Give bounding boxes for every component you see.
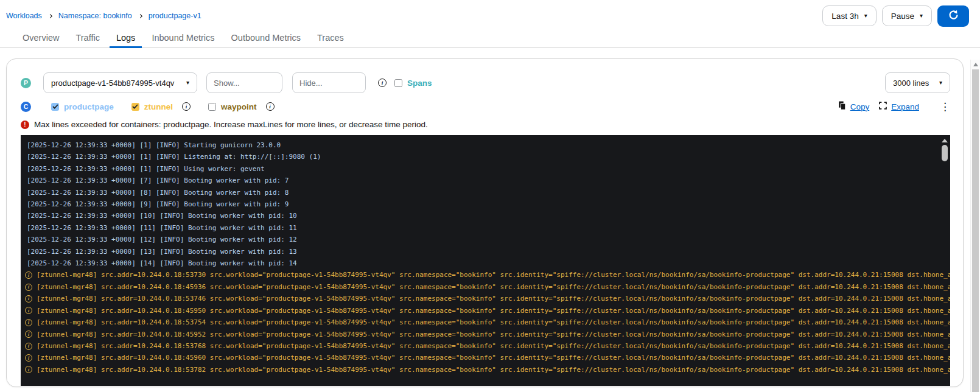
log-text: [2025-12-26 12:39:33 +0000] [1] [INFO] S…: [27, 139, 281, 151]
page-scrollbar-thumb[interactable]: [972, 69, 979, 392]
info-icon: [25, 343, 32, 350]
time-range-dropdown[interactable]: Last 3h: [822, 5, 876, 26]
log-scrollbar[interactable]: [941, 138, 948, 386]
log-text: [2025-12-26 12:39:33 +0000] [1] [INFO] U…: [27, 163, 265, 175]
pod-selector-dropdown[interactable]: productpage-v1-54bb874995-vt4qv: [43, 72, 197, 93]
container-label: productpage: [64, 102, 114, 111]
log-text: [2025-12-26 12:39:33 +0000] [9] [INFO] B…: [27, 198, 289, 210]
tab-traces[interactable]: Traces: [310, 28, 351, 47]
log-text: [2025-12-26 12:39:33 +0000] [13] [INFO] …: [27, 246, 297, 257]
info-icon: [25, 331, 32, 338]
container-label: ztunnel: [144, 102, 173, 111]
log-text: [ztunnel-mgr48] src.addr=10.244.0.18:459…: [37, 305, 950, 317]
container-badge: C: [21, 102, 31, 112]
log-line-productpage: [2025-12-26 12:39:33 +0000] [7] [INFO] B…: [27, 175, 939, 186]
show-filter-input[interactable]: [206, 72, 282, 93]
info-icon: [25, 307, 32, 314]
tab-overview[interactable]: Overview: [16, 28, 66, 47]
copy-action[interactable]: Copy: [838, 101, 870, 112]
expand-action[interactable]: Expand: [879, 102, 919, 111]
max-lines-dropdown[interactable]: 3000 lines: [885, 72, 950, 93]
log-line-productpage: [2025-12-26 12:39:33 +0000] [9] [INFO] B…: [27, 198, 939, 210]
info-icon[interactable]: [182, 102, 191, 111]
page-scrollbar[interactable]: [970, 60, 980, 392]
kebab-menu-icon[interactable]: [940, 102, 950, 112]
refresh-mode-dropdown[interactable]: Pause: [882, 5, 932, 26]
container-toggle-ztunnel[interactable]: ztunnel: [131, 102, 173, 111]
tab-traffic[interactable]: Traffic: [69, 28, 106, 47]
spans-label: Spans: [407, 79, 432, 88]
log-viewer[interactable]: [2025-12-26 12:39:33 +0000] [1] [INFO] S…: [21, 135, 950, 386]
log-text: [2025-12-26 12:39:33 +0000] [12] [INFO] …: [27, 234, 297, 245]
info-icon: [25, 271, 32, 279]
expand-icon: [879, 102, 887, 111]
log-line-productpage: [2025-12-26 12:39:33 +0000] [13] [INFO] …: [27, 246, 939, 257]
time-range-value: Last 3h: [831, 12, 858, 21]
log-scrollbar-thumb[interactable]: [942, 145, 948, 161]
log-text: [2025-12-26 12:39:33 +0000] [1] [INFO] L…: [27, 151, 321, 163]
checkbox-unchecked-icon: [394, 79, 402, 87]
copy-link[interactable]: Copy: [850, 102, 870, 111]
chevron-down-icon: [939, 80, 942, 86]
log-line-ztunnel: [ztunnel-mgr48] src.addr=10.244.0.18:459…: [27, 352, 939, 363]
scroll-up-icon[interactable]: [973, 63, 978, 66]
log-text: [ztunnel-mgr48] src.addr=10.244.0.18:537…: [37, 269, 950, 281]
log-line-ztunnel: [ztunnel-mgr48] src.addr=10.244.0.18:537…: [27, 269, 939, 281]
log-line-productpage: [2025-12-26 12:39:33 +0000] [1] [INFO] U…: [27, 163, 939, 175]
log-text: [ztunnel-mgr48] src.addr=10.244.0.18:537…: [37, 293, 950, 304]
checkbox-checked-icon: [51, 103, 59, 111]
top-controls: Last 3h Pause: [822, 5, 969, 27]
breadcrumb: WorkloadsNamespace: bookinfoproductpage-…: [6, 12, 201, 20]
refresh-button[interactable]: [937, 5, 969, 27]
info-icon: [25, 319, 32, 326]
max-lines-warning: Max lines exceeded for containers: produ…: [21, 119, 950, 130]
log-text: [2025-12-26 12:39:33 +0000] [14] [INFO] …: [27, 257, 297, 269]
log-lines: [2025-12-26 12:39:33 +0000] [1] [INFO] S…: [27, 139, 939, 376]
log-line-productpage: [2025-12-26 12:39:33 +0000] [1] [INFO] S…: [27, 139, 939, 151]
breadcrumb-link-workloads[interactable]: Workloads: [6, 12, 42, 20]
container-toggle-list: productpageztunnelwaypoint: [51, 102, 292, 111]
log-line-ztunnel: [ztunnel-mgr48] src.addr=10.244.0.18:537…: [27, 317, 939, 328]
info-icon: [25, 284, 32, 291]
spans-checkbox[interactable]: Spans: [394, 79, 432, 88]
chevron-down-icon: [920, 13, 923, 19]
log-line-ztunnel: [ztunnel-mgr48] src.addr=10.244.0.18:459…: [27, 281, 939, 293]
info-icon: [25, 354, 32, 362]
info-icon[interactable]: [378, 79, 387, 87]
max-lines-value: 3000 lines: [893, 79, 929, 88]
container-toggle-productpage[interactable]: productpage: [51, 102, 114, 111]
logs-card: P productpage-v1-54bb874995-vt4qv Spans …: [6, 58, 964, 387]
log-actions: Copy Expand: [838, 101, 950, 112]
info-icon[interactable]: [266, 102, 275, 111]
log-line-productpage: [2025-12-26 12:39:33 +0000] [8] [INFO] B…: [27, 187, 939, 198]
container-toggles-row: C productpageztunnelwaypoint Copy: [21, 101, 950, 112]
pod-badge: P: [21, 78, 31, 88]
log-line-ztunnel: [ztunnel-mgr48] src.addr=10.244.0.18:459…: [27, 305, 939, 317]
log-toolbar: P productpage-v1-54bb874995-vt4qv Spans …: [21, 72, 950, 93]
container-group-waypoint: waypoint: [208, 102, 275, 111]
hide-filter-input[interactable]: [292, 72, 366, 93]
log-line-ztunnel: [ztunnel-mgr48] src.addr=10.244.0.18:537…: [27, 340, 939, 352]
info-icon: [25, 366, 32, 373]
kiali-workload-logs-page: WorkloadsNamespace: bookinfoproductpage-…: [0, 0, 980, 392]
checkbox-unchecked-icon: [208, 103, 216, 111]
expand-link[interactable]: Expand: [891, 102, 919, 111]
container-toggle-waypoint[interactable]: waypoint: [208, 102, 257, 111]
tab-logs[interactable]: Logs: [110, 28, 142, 47]
log-text: [2025-12-26 12:39:33 +0000] [7] [INFO] B…: [27, 175, 289, 186]
tab-outbound-metrics[interactable]: Outbound Metrics: [225, 28, 307, 47]
log-line-productpage: [2025-12-26 12:39:33 +0000] [12] [INFO] …: [27, 234, 939, 245]
log-text: [ztunnel-mgr48] src.addr=10.244.0.18:537…: [37, 340, 950, 352]
log-text: [2025-12-26 12:39:33 +0000] [11] [INFO] …: [27, 222, 297, 234]
breadcrumb-link-productpage-v1[interactable]: productpage-v1: [149, 12, 201, 20]
log-text: [ztunnel-mgr48] src.addr=10.244.0.18:537…: [37, 317, 950, 328]
copy-icon: [838, 101, 846, 112]
log-line-productpage: [2025-12-26 12:39:33 +0000] [1] [INFO] L…: [27, 151, 939, 163]
scroll-up-icon[interactable]: [942, 139, 948, 142]
log-text: [ztunnel-mgr48] src.addr=10.244.0.18:537…: [37, 364, 950, 376]
log-line-ztunnel: [ztunnel-mgr48] src.addr=10.244.0.18:537…: [27, 364, 939, 376]
breadcrumb-link-namespace-bookinfo[interactable]: Namespace: bookinfo: [58, 12, 132, 20]
tab-inbound-metrics[interactable]: Inbound Metrics: [145, 28, 221, 47]
container-group-ztunnel: ztunnel: [131, 102, 191, 111]
log-line-productpage: [2025-12-26 12:39:33 +0000] [11] [INFO] …: [27, 222, 939, 234]
